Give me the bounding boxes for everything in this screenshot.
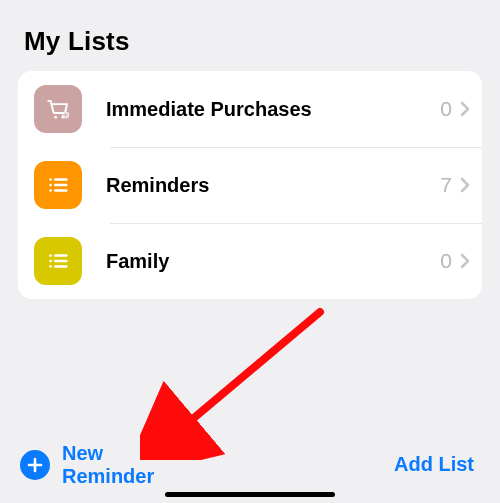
list-bullet-icon <box>34 161 82 209</box>
svg-point-10 <box>49 254 52 257</box>
home-indicator[interactable] <box>165 492 335 497</box>
svg-point-6 <box>49 184 52 187</box>
list-count: 0 <box>440 249 452 273</box>
chevron-right-icon <box>460 177 470 193</box>
new-reminder-label: New Reminder <box>62 442 154 487</box>
list-row[interactable]: Family 0 <box>18 223 482 299</box>
chevron-right-icon <box>460 253 470 269</box>
list-label: Family <box>106 250 440 273</box>
list-row[interactable]: Reminders 7 <box>18 147 482 223</box>
svg-point-4 <box>49 178 52 181</box>
svg-line-16 <box>170 312 320 438</box>
list-count: 7 <box>440 173 452 197</box>
list-count: 0 <box>440 97 452 121</box>
chevron-right-icon <box>460 101 470 117</box>
lists-card: Immediate Purchases 0 Reminders 7 <box>18 71 482 299</box>
list-label: Reminders <box>106 174 440 197</box>
svg-point-14 <box>49 265 52 268</box>
bottom-toolbar: New Reminder Add List <box>0 442 500 487</box>
section-title: My Lists <box>0 0 500 71</box>
svg-point-0 <box>54 116 57 119</box>
plus-circle-icon <box>20 450 50 480</box>
annotation-arrow <box>140 300 340 460</box>
list-row[interactable]: Immediate Purchases 0 <box>18 71 482 147</box>
new-reminder-button[interactable]: New Reminder <box>20 442 154 487</box>
list-bullet-icon <box>34 237 82 285</box>
list-label: Immediate Purchases <box>106 98 440 121</box>
svg-point-3 <box>65 114 67 116</box>
add-list-button[interactable]: Add List <box>394 453 474 476</box>
svg-point-8 <box>49 189 52 192</box>
cart-gear-icon <box>34 85 82 133</box>
svg-point-12 <box>49 260 52 263</box>
